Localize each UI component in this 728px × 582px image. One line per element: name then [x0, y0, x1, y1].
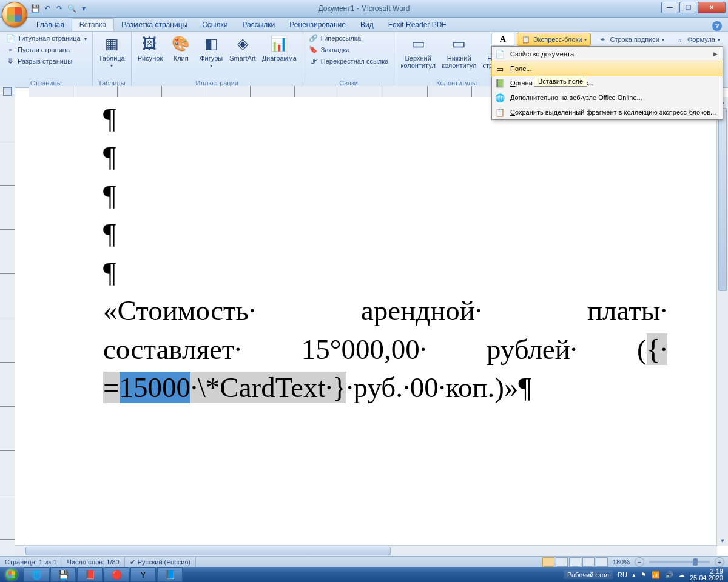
- vertical-scrollbar[interactable]: ▲ ▼: [716, 97, 728, 546]
- page-break-button[interactable]: ⤋Разрыв страницы: [4, 56, 89, 67]
- spellcheck-icon: ✔: [130, 558, 135, 566]
- horizontal-scrollbar[interactable]: [15, 545, 717, 557]
- signature-button[interactable]: ✒Строка подписи▾: [593, 33, 668, 46]
- view-web[interactable]: [569, 557, 581, 567]
- paragraph-mark: ¶: [103, 176, 723, 215]
- title-page-button[interactable]: 📄Титульная страница: [4, 33, 89, 44]
- ruler-corner[interactable]: [0, 86, 15, 98]
- hscroll-thumb[interactable]: [25, 547, 391, 555]
- scroll-thumb[interactable]: [718, 108, 727, 291]
- network-icon[interactable]: 📶: [652, 571, 660, 579]
- property-icon: 📄: [494, 48, 505, 59]
- qat-dropdown-icon[interactable]: ▾: [79, 4, 89, 13]
- textbox-button[interactable]: A: [491, 33, 514, 46]
- view-full-screen[interactable]: [556, 557, 568, 567]
- print-preview-icon[interactable]: 🔍: [67, 4, 76, 13]
- task-app1[interactable]: 📕: [77, 567, 103, 582]
- header-button[interactable]: ▭Верхний колонтитул: [398, 33, 438, 70]
- quickparts-icon: 📋: [521, 35, 531, 44]
- clip-icon: 🎨: [171, 34, 190, 53]
- task-save[interactable]: 💾: [50, 567, 76, 582]
- flag-icon[interactable]: ⚑: [641, 571, 647, 579]
- tab-home[interactable]: Главная: [29, 19, 72, 31]
- page-content[interactable]: ¶ ¶ ¶ ¶ ¶ «Стоимость· арендной· платы· с…: [15, 97, 728, 407]
- desktop-toolbar[interactable]: Рабочий стол: [564, 570, 613, 579]
- tab-foxit[interactable]: Foxit Reader PDF: [381, 19, 454, 31]
- maximize-button[interactable]: ❐: [679, 2, 696, 13]
- volume-icon[interactable]: 🔊: [665, 571, 673, 579]
- tab-page-layout[interactable]: Разметка страницы: [114, 19, 195, 31]
- equation-button[interactable]: πФормула▾: [671, 33, 724, 46]
- task-yandex[interactable]: Y: [130, 567, 156, 582]
- save-icon[interactable]: 💾: [30, 4, 40, 13]
- tab-selector-icon: [3, 87, 12, 96]
- menu-save-selection[interactable]: 📋Сохранить выделенный фрагмент в коллекц…: [492, 105, 723, 119]
- smartart-button[interactable]: ◈SmartArt: [227, 33, 258, 63]
- zoom-knob[interactable]: [693, 558, 698, 566]
- quick-access-toolbar: 💾 ↶ ↷ 🔍 ▾: [30, 4, 89, 13]
- text-line-1: «Стоимость· арендной· платы·: [103, 292, 667, 330]
- tray-up-icon[interactable]: ▴: [632, 571, 636, 579]
- taskbar: 🌐 💾 📕 🔴 Y 📘 Рабочий стол RU ▴ ⚑ 📶 🔊 ☁ 2:…: [0, 567, 728, 582]
- footer-button[interactable]: ▭Нижний колонтитул: [439, 33, 479, 70]
- task-word[interactable]: 📘: [157, 567, 183, 582]
- scroll-down-icon[interactable]: ▼: [717, 536, 728, 546]
- shapes-button[interactable]: ◧Фигуры▾: [197, 33, 226, 70]
- group-links: 🔗Гиперссылка 🔖Закладка 🖇Перекрестная ссы…: [303, 32, 395, 89]
- field-brace-close: }: [332, 372, 346, 403]
- menu-office-online[interactable]: 🌐Дополнительно на веб-узле Office Online…: [492, 90, 723, 105]
- clip-button[interactable]: 🎨Клип: [166, 33, 195, 63]
- cloud-icon[interactable]: ☁: [678, 571, 685, 579]
- menu-doc-property[interactable]: 📄Свойство документа▶: [492, 47, 723, 61]
- tab-mailings[interactable]: Рассылки: [235, 19, 282, 31]
- zoom-slider[interactable]: [649, 561, 710, 563]
- hyperlink-icon: 🔗: [309, 33, 318, 43]
- shapes-icon: ◧: [201, 34, 221, 53]
- crossref-button[interactable]: 🖇Перекрестная ссылка: [307, 56, 391, 67]
- table-button[interactable]: ▦Таблица▾: [96, 33, 127, 70]
- zoom-out-button[interactable]: −: [635, 557, 644, 567]
- title-page-icon: 📄: [5, 33, 15, 43]
- view-outline[interactable]: [582, 557, 595, 567]
- redo-icon[interactable]: ↷: [55, 4, 64, 13]
- undo-icon[interactable]: ↶: [42, 4, 52, 13]
- picture-button[interactable]: 🖼Рисунок: [135, 33, 166, 63]
- blank-page-button[interactable]: ▫Пустая страница: [4, 44, 89, 55]
- hyperlink-button[interactable]: 🔗Гиперссылка: [307, 33, 391, 44]
- chart-icon: 📊: [269, 34, 289, 53]
- field-code: =15000·\*CardText·}: [103, 372, 346, 403]
- view-print-layout[interactable]: [542, 557, 554, 567]
- group-pages: 📄Титульная страница ▫Пустая страница ⤋Ра…: [0, 32, 93, 89]
- vertical-ruler[interactable]: [0, 97, 15, 557]
- lang-indicator[interactable]: RU: [618, 571, 627, 578]
- office-button[interactable]: [2, 2, 27, 27]
- menu-field[interactable]: ▭Поле...: [491, 61, 723, 76]
- view-draft[interactable]: [596, 557, 608, 567]
- chart-button[interactable]: 📊Диаграмма: [260, 33, 299, 63]
- table-icon: ▦: [102, 34, 121, 53]
- help-button[interactable]: ?: [712, 21, 722, 31]
- quickparts-button[interactable]: 📋Экспресс-блоки▾: [517, 33, 592, 46]
- close-button[interactable]: ✕: [698, 2, 726, 13]
- clock[interactable]: 2:19 25.04.2020: [690, 568, 723, 581]
- status-page[interactable]: Страница: 1 из 1: [0, 557, 62, 567]
- status-words[interactable]: Число слов: 1/80: [62, 557, 125, 567]
- ribbon-tabs: Главная Вставка Разметка страницы Ссылки…: [0, 18, 728, 32]
- group-tables: ▦Таблица▾ Таблицы: [93, 32, 132, 89]
- bookmark-icon: 🔖: [309, 45, 318, 55]
- bookmark-button[interactable]: 🔖Закладка: [307, 44, 391, 55]
- tab-view[interactable]: Вид: [353, 19, 381, 31]
- tab-insert[interactable]: Вставка: [72, 18, 115, 31]
- minimize-button[interactable]: —: [661, 2, 678, 13]
- start-button[interactable]: [0, 567, 23, 582]
- document-area[interactable]: ¶ ¶ ¶ ¶ ¶ «Стоимость· арендной· платы· с…: [15, 97, 728, 557]
- status-lang[interactable]: ✔Русский (Россия): [125, 557, 196, 567]
- zoom-level[interactable]: 180%: [613, 558, 630, 566]
- task-app2[interactable]: 🔴: [104, 567, 129, 582]
- tab-references[interactable]: Ссылки: [195, 19, 235, 31]
- zoom-in-button[interactable]: +: [715, 557, 724, 567]
- signature-icon: ✒: [598, 35, 607, 44]
- task-chrome[interactable]: 🌐: [24, 567, 49, 582]
- tab-review[interactable]: Рецензирование: [282, 19, 353, 31]
- menu-organizer[interactable]: 📗Органи ых блоков...: [492, 76, 723, 90]
